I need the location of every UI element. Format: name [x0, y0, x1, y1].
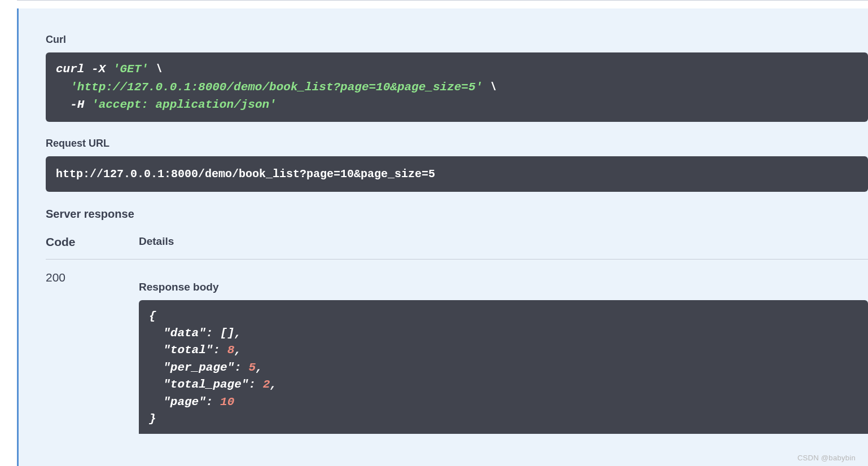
json-key-page: "page" [149, 395, 206, 408]
curl-backslash: \ [483, 81, 497, 94]
json-comma: , [256, 361, 263, 374]
json-value-total: 8 [227, 344, 235, 357]
curl-code-block[interactable]: curl -X 'GET' \ 'http://127.0.0.1:8000/d… [46, 52, 868, 122]
top-divider [17, 0, 868, 1]
json-value-total-page: 2 [263, 378, 270, 391]
curl-text: curl -X [56, 63, 113, 76]
response-row: 200 Response body { "data": [], "total":… [46, 271, 868, 434]
details-column-header: Details [139, 235, 174, 249]
json-colon: : [234, 361, 248, 374]
json-brace-close: } [149, 412, 156, 425]
status-code: 200 [46, 271, 139, 434]
curl-flag: -H [70, 98, 91, 111]
curl-indent [56, 81, 70, 94]
json-comma: , [234, 344, 242, 357]
json-comma: , [270, 378, 277, 391]
curl-label: Curl [46, 34, 868, 46]
details-column: Response body { "data": [], "total": 8, … [139, 271, 868, 434]
json-key-total-page: "total_page" [149, 378, 248, 391]
json-brace-open: { [149, 310, 156, 323]
json-key-total: "total" [149, 344, 213, 357]
response-table-header: Code Details [46, 235, 868, 260]
watermark: CSDN @babybin [797, 454, 856, 462]
request-url-value: http://127.0.0.1:8000/demo/book_list?pag… [56, 168, 435, 181]
code-column-header: Code [46, 235, 139, 249]
json-key-per-page: "per_page" [149, 361, 234, 374]
json-colon: : [206, 327, 220, 340]
json-key-data: "data" [149, 327, 206, 340]
json-comma: , [234, 327, 242, 340]
server-response-label: Server response [46, 208, 868, 221]
json-value-data: [] [220, 327, 234, 340]
curl-backslash: \ [148, 63, 163, 76]
json-value-per-page: 5 [248, 361, 256, 374]
curl-header: 'accept: application/json' [91, 98, 277, 111]
request-url-label: Request URL [46, 138, 868, 150]
curl-url: 'http://127.0.0.1:8000/demo/book_list?pa… [70, 81, 483, 94]
response-panel: Curl curl -X 'GET' \ 'http://127.0.0.1:8… [17, 8, 868, 466]
json-colon: : [206, 395, 220, 408]
response-body-block[interactable]: { "data": [], "total": 8, "per_page": 5,… [139, 300, 868, 434]
curl-indent [56, 98, 70, 111]
request-url-block[interactable]: http://127.0.0.1:8000/demo/book_list?pag… [46, 156, 868, 192]
json-colon: : [248, 378, 262, 391]
response-body-label: Response body [139, 281, 868, 293]
json-value-page: 10 [220, 395, 234, 408]
curl-method: 'GET' [113, 63, 148, 76]
json-colon: : [213, 344, 227, 357]
